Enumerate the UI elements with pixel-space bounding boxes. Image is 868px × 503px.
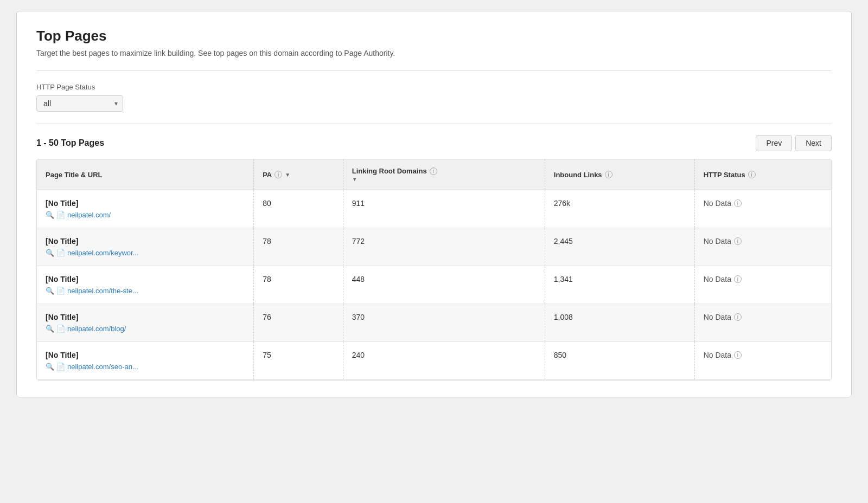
page-icon: 📄 — [56, 325, 65, 333]
http-status-info-icon[interactable]: i — [734, 237, 742, 245]
lrd-sort-icon[interactable]: ▼ — [352, 176, 358, 182]
url-link[interactable]: neilpatel.com/blog/ — [67, 325, 126, 333]
th-http: HTTP Status i — [694, 159, 831, 190]
cell-http-0: No Data i — [694, 190, 831, 228]
no-data-status: No Data i — [704, 199, 822, 208]
divider-middle — [36, 124, 832, 124]
table-header: Page Title & URL PA i ▼ Linking — [37, 159, 831, 190]
lrd-info-icon[interactable]: i — [430, 167, 437, 175]
pa-info-icon[interactable]: i — [275, 171, 282, 178]
cell-pa-4: 75 — [254, 342, 343, 380]
no-data-status: No Data i — [704, 237, 822, 246]
table-body: [No Title] 🔍 📄 neilpatel.com/ 80911276kN… — [37, 190, 831, 380]
cell-http-2: No Data i — [694, 266, 831, 304]
page-title: Top Pages — [36, 28, 832, 44]
top-pages-table: Page Title & URL PA i ▼ Linking — [37, 159, 831, 380]
cell-page-0: [No Title] 🔍 📄 neilpatel.com/ — [37, 190, 254, 228]
cell-page-3: [No Title] 🔍 📄 neilpatel.com/blog/ — [37, 304, 254, 342]
no-data-status: No Data i — [704, 275, 822, 283]
cell-inbound-4: 850 — [545, 342, 694, 380]
th-page-title: Page Title & URL — [37, 159, 254, 190]
page-icon: 📄 — [56, 287, 65, 295]
table-row: [No Title] 🔍 📄 neilpatel.com/ 80911276kN… — [37, 190, 831, 228]
no-data-status: No Data i — [704, 313, 822, 321]
cell-page-1: [No Title] 🔍 📄 neilpatel.com/keywor... — [37, 228, 254, 266]
table-row: [No Title] 🔍 📄 neilpatel.com/seo-an... 7… — [37, 342, 831, 380]
th-page-title-label: Page Title & URL — [46, 171, 103, 179]
th-lrd[interactable]: Linking Root Domains i ▼ — [343, 159, 545, 190]
filter-label: HTTP Page Status — [36, 83, 832, 91]
http-status-info-icon[interactable]: i — [734, 351, 742, 359]
row-title: [No Title] — [46, 237, 245, 246]
th-inbound-label: Inbound Links — [554, 171, 602, 179]
http-status-info-icon[interactable]: i — [734, 199, 742, 207]
search-icon[interactable]: 🔍 — [46, 287, 54, 295]
search-icon[interactable]: 🔍 — [46, 249, 54, 257]
pagination-info: 1 - 50 Top Pages — [36, 138, 104, 148]
search-icon[interactable]: 🔍 — [46, 325, 54, 333]
cell-page-4: [No Title] 🔍 📄 neilpatel.com/seo-an... — [37, 342, 254, 380]
search-icon[interactable]: 🔍 — [46, 363, 54, 371]
cell-lrd-3: 370 — [343, 304, 545, 342]
th-inbound: Inbound Links i — [545, 159, 694, 190]
cell-inbound-1: 2,445 — [545, 228, 694, 266]
cell-http-3: No Data i — [694, 304, 831, 342]
table-wrapper: Page Title & URL PA i ▼ Linking — [36, 159, 832, 381]
th-http-label: HTTP Status — [704, 171, 745, 179]
row-title: [No Title] — [46, 351, 245, 359]
cell-lrd-0: 911 — [343, 190, 545, 228]
cell-pa-3: 76 — [254, 304, 343, 342]
th-pa[interactable]: PA i ▼ — [254, 159, 343, 190]
http-status-filter-wrapper: all 200 301 302 404 ▾ — [36, 95, 123, 112]
page-icon: 📄 — [56, 363, 65, 371]
cell-lrd-4: 240 — [343, 342, 545, 380]
row-title: [No Title] — [46, 313, 245, 321]
th-pa-label: PA — [263, 171, 272, 179]
cell-http-1: No Data i — [694, 228, 831, 266]
table-row: [No Title] 🔍 📄 neilpatel.com/the-ste... … — [37, 266, 831, 304]
pa-sort-icon[interactable]: ▼ — [285, 172, 290, 178]
divider-top — [36, 70, 832, 71]
cell-pa-2: 78 — [254, 266, 343, 304]
page-icon: 📄 — [56, 211, 65, 219]
url-link[interactable]: neilpatel.com/keywor... — [67, 249, 139, 257]
prev-button[interactable]: Prev — [756, 135, 792, 151]
http-status-select[interactable]: all 200 301 302 404 — [36, 95, 123, 112]
cell-lrd-2: 448 — [343, 266, 545, 304]
cell-inbound-2: 1,341 — [545, 266, 694, 304]
http-status-info-icon[interactable]: i — [734, 275, 742, 283]
cell-http-4: No Data i — [694, 342, 831, 380]
cell-pa-1: 78 — [254, 228, 343, 266]
cell-inbound-3: 1,008 — [545, 304, 694, 342]
table-row: [No Title] 🔍 📄 neilpatel.com/keywor... 7… — [37, 228, 831, 266]
page-description: Target the best pages to maximize link b… — [36, 49, 832, 57]
th-lrd-label: Linking Root Domains — [352, 167, 427, 175]
pagination-row: 1 - 50 Top Pages Prev Next — [36, 135, 832, 151]
inbound-info-icon[interactable]: i — [605, 171, 612, 178]
no-data-status: No Data i — [704, 351, 822, 359]
cell-page-2: [No Title] 🔍 📄 neilpatel.com/the-ste... — [37, 266, 254, 304]
cell-lrd-1: 772 — [343, 228, 545, 266]
next-button[interactable]: Next — [795, 135, 832, 151]
page-icon: 📄 — [56, 249, 65, 257]
url-link[interactable]: neilpatel.com/ — [67, 211, 111, 219]
cell-inbound-0: 276k — [545, 190, 694, 228]
row-title: [No Title] — [46, 275, 245, 283]
url-link[interactable]: neilpatel.com/seo-an... — [67, 363, 138, 371]
pagination-buttons: Prev Next — [756, 135, 832, 151]
main-container: Top Pages Target the best pages to maxim… — [16, 11, 852, 397]
filter-section: HTTP Page Status all 200 301 302 404 ▾ — [36, 83, 832, 112]
row-title: [No Title] — [46, 199, 245, 208]
url-link[interactable]: neilpatel.com/the-ste... — [67, 287, 138, 295]
http-status-info-icon[interactable]: i — [734, 313, 742, 321]
http-info-icon[interactable]: i — [748, 171, 756, 178]
cell-pa-0: 80 — [254, 190, 343, 228]
search-icon[interactable]: 🔍 — [46, 211, 54, 219]
table-row: [No Title] 🔍 📄 neilpatel.com/blog/ 76370… — [37, 304, 831, 342]
